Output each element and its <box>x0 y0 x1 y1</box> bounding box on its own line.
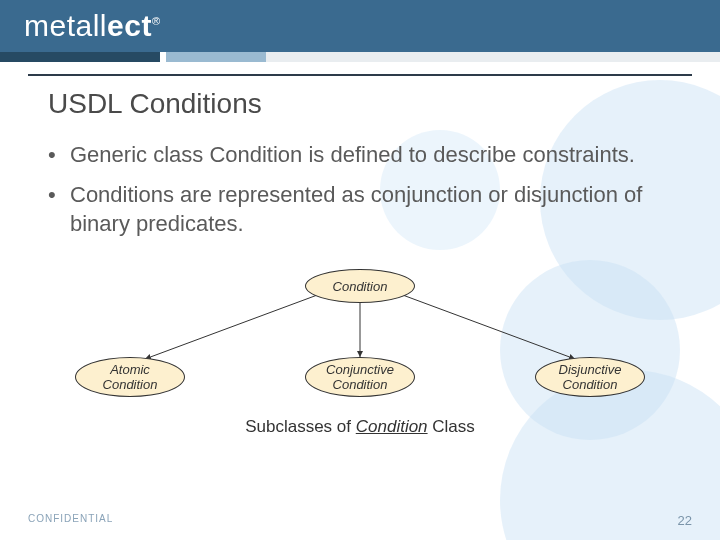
bullet-list: Generic class Condition is defined to de… <box>48 140 672 239</box>
caption-suffix: Class <box>428 417 475 436</box>
svg-line-0 <box>145 294 320 359</box>
brand-bar: metallect® <box>0 0 720 52</box>
brand-logo: metallect® <box>24 9 161 43</box>
bullet-item: Generic class Condition is defined to de… <box>48 140 672 170</box>
bullet-item: Conditions are represented as conjunctio… <box>48 180 672 239</box>
svg-line-2 <box>400 294 575 359</box>
diagram-caption: Subclasses of Condition Class <box>48 417 672 437</box>
slide: metallect® USDL Conditions Generic class… <box>0 0 720 540</box>
header: metallect® <box>0 0 720 76</box>
confidential-label: CONFIDENTIAL <box>28 513 113 528</box>
caption-prefix: Subclasses of <box>245 417 356 436</box>
caption-class: Condition <box>356 417 428 436</box>
page-number: 22 <box>678 513 692 528</box>
diagram-node-child: Conjunctive Condition <box>305 357 415 397</box>
class-diagram: Condition Atomic Condition Conjunctive C… <box>60 269 660 409</box>
content: USDL Conditions Generic class Condition … <box>0 76 720 437</box>
page-title: USDL Conditions <box>48 88 672 120</box>
diagram-node-root: Condition <box>305 269 415 303</box>
diagram-node-child: Atomic Condition <box>75 357 185 397</box>
brand-part2: ect <box>107 9 152 42</box>
diagram-node-child: Disjunctive Condition <box>535 357 645 397</box>
brand-reg: ® <box>152 15 161 27</box>
brand-part1: metall <box>24 9 107 42</box>
accent-stripe <box>0 52 720 62</box>
footer: CONFIDENTIAL 22 <box>0 513 720 528</box>
